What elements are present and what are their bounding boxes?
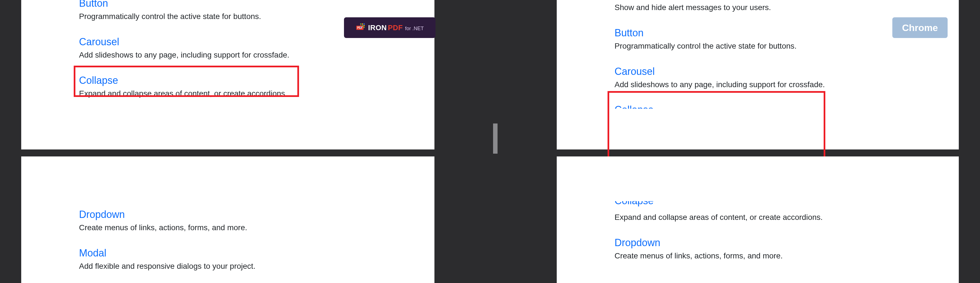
right-top-content: Alert Show and hide alert messages to yo… [614, 0, 825, 110]
component-title[interactable]: Alert [614, 0, 825, 0]
pane-left-bottom: Dropdown Create menus of links, actions,… [21, 157, 434, 283]
component-title[interactable]: Carousel [79, 36, 289, 48]
component-description: Programmatically control the active stat… [614, 40, 825, 52]
component-entry-button: Button Programmatically control the acti… [614, 27, 825, 52]
ironpdf-iron: IRON [368, 24, 387, 32]
component-title[interactable]: Button [614, 27, 825, 39]
component-entry-collapse: Collapse Expand and collapse areas of co… [79, 74, 289, 99]
ironpdf-for-net: for .NET [405, 26, 424, 32]
left-bottom-content: Dropdown Create menus of links, actions,… [79, 208, 256, 272]
component-entry-carousel: Carousel Add slideshows to any page, inc… [614, 66, 825, 91]
component-entry-button: Button Programmatically control the acti… [79, 0, 289, 22]
pane-right-bottom: Collapse Expand and collapse areas of co… [557, 157, 959, 283]
component-entry-modal: Modal Add flexible and responsive dialog… [79, 247, 256, 272]
pane-right-top: Alert Show and hide alert messages to yo… [557, 0, 959, 149]
component-description: Show and hide alert messages to your use… [614, 2, 825, 13]
right-bottom-content: Collapse Expand and collapse areas of co… [614, 201, 823, 262]
pane-left-top: Button Programmatically control the acti… [21, 0, 434, 149]
component-title[interactable]: Carousel [614, 66, 825, 77]
ironpdf-pdf: PDF [388, 24, 403, 32]
component-title-clipped[interactable]: Collapse [614, 104, 825, 109]
comparison-stage: Button Programmatically control the acti… [0, 0, 980, 283]
ironpdf-text: IRONPDF for .NET [368, 24, 424, 32]
chrome-badge[interactable]: Chrome [892, 17, 948, 38]
component-description: Add slideshows to any page, including su… [614, 79, 825, 91]
component-description: Create menus of links, actions, forms, a… [614, 250, 823, 262]
component-description: Add slideshows to any page, including su… [79, 50, 289, 61]
component-title[interactable]: Modal [79, 247, 256, 259]
component-title[interactable]: Button [79, 0, 289, 9]
ironpdf-badge[interactable]: PDF IRONPDF for .NET [344, 17, 436, 38]
component-entry-alert: Alert Show and hide alert messages to yo… [614, 0, 825, 13]
component-entry-collapse-partial: Collapse [614, 104, 825, 109]
component-description: Add flexible and responsive dialogs to y… [79, 261, 256, 272]
component-entry-carousel: Carousel Add slideshows to any page, inc… [79, 36, 289, 61]
component-description: Expand and collapse areas of content, or… [614, 212, 823, 223]
left-top-content: Button Programmatically control the acti… [79, 0, 289, 99]
component-description: Expand and collapse areas of content, or… [79, 88, 289, 99]
component-title-clipped-bottom[interactable]: Collapse [614, 201, 823, 210]
component-entry-collapse: Collapse Expand and collapse areas of co… [614, 201, 823, 223]
ironpdf-dots-icon [360, 24, 364, 28]
component-title[interactable]: Collapse [79, 74, 289, 86]
chrome-badge-label: Chrome [902, 22, 938, 33]
ironpdf-icon: PDF [356, 23, 365, 32]
splitter-handle[interactable] [493, 123, 498, 153]
component-entry-dropdown: Dropdown Create menus of links, actions,… [79, 208, 256, 233]
component-description: Create menus of links, actions, forms, a… [79, 222, 256, 233]
component-title[interactable]: Dropdown [79, 208, 256, 221]
component-description: Programmatically control the active stat… [79, 11, 289, 22]
component-entry-dropdown: Dropdown Create menus of links, actions,… [614, 237, 823, 262]
component-title[interactable]: Dropdown [614, 237, 823, 249]
